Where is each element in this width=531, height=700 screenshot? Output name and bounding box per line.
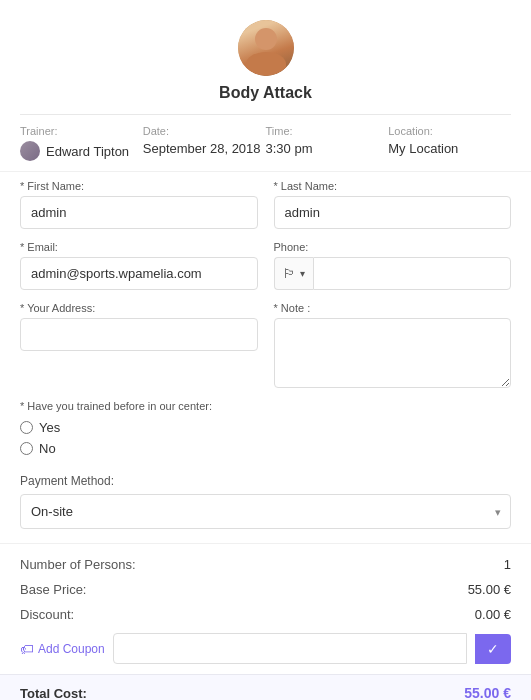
address-label: * Your Address: [20, 302, 258, 314]
date-label: Date: [143, 125, 266, 137]
time-col: Time: 3:30 pm [266, 125, 389, 161]
form-section: * First Name: * Last Name: * Email: Phon… [0, 172, 531, 456]
coupon-input[interactable] [113, 633, 467, 664]
time-label: Time: [266, 125, 389, 137]
location-col: Location: My Location [388, 125, 511, 161]
address-group: * Your Address: [20, 302, 258, 388]
phone-flag-selector[interactable]: 🏳 [274, 257, 313, 290]
class-title: Body Attack [219, 84, 312, 102]
persons-label: Number of Persons: [20, 557, 136, 572]
trainer-col: Trainer: Edward Tipton [20, 125, 143, 161]
phone-group: Phone: 🏳 [274, 241, 512, 290]
yes-label: Yes [39, 420, 60, 435]
phone-label: Phone: [274, 241, 512, 253]
payment-section: Payment Method: On-site ▾ [0, 466, 531, 529]
first-name-group: * First Name: [20, 180, 258, 229]
name-row: * First Name: * Last Name: [20, 180, 511, 229]
note-group: * Note : [274, 302, 512, 388]
email-label: * Email: [20, 241, 258, 253]
address-input[interactable] [20, 318, 258, 351]
pricing-section: Number of Persons: 1 Base Price: 55.00 €… [0, 543, 531, 670]
trainer-name: Edward Tipton [46, 144, 129, 159]
date-col: Date: September 28, 2018 [143, 125, 266, 161]
trainer-value: Edward Tipton [20, 141, 143, 161]
coupon-icon: 🏷 [20, 641, 34, 657]
trainer-avatar-icon [20, 141, 40, 161]
trained-radio-group: Yes No [20, 420, 511, 456]
base-price-value: 55.00 € [468, 582, 511, 597]
payment-select-wrapper: On-site ▾ [20, 494, 511, 529]
last-name-group: * Last Name: [274, 180, 512, 229]
email-phone-row: * Email: Phone: 🏳 [20, 241, 511, 290]
discount-value: 0.00 € [475, 607, 511, 622]
yes-radio[interactable] [20, 421, 33, 434]
note-label: * Note : [274, 302, 512, 314]
location-value: My Location [388, 141, 511, 156]
yes-radio-label[interactable]: Yes [20, 420, 511, 435]
coupon-btn-label: Add Coupon [38, 642, 105, 656]
last-name-label: * Last Name: [274, 180, 512, 192]
booking-modal: Body Attack Trainer: Edward Tipton Date:… [0, 0, 531, 700]
trained-group: * Have you trained before in our center:… [20, 400, 511, 456]
base-price-row: Base Price: 55.00 € [20, 577, 511, 602]
no-label: No [39, 441, 56, 456]
email-group: * Email: [20, 241, 258, 290]
first-name-label: * First Name: [20, 180, 258, 192]
persons-row: Number of Persons: 1 [20, 552, 511, 577]
note-textarea[interactable] [274, 318, 512, 388]
phone-input[interactable] [313, 257, 512, 290]
total-value: 55.00 € [464, 685, 511, 700]
no-radio[interactable] [20, 442, 33, 455]
discount-label: Discount: [20, 607, 74, 622]
base-price-label: Base Price: [20, 582, 86, 597]
last-name-input[interactable] [274, 196, 512, 229]
payment-select[interactable]: On-site [20, 494, 511, 529]
booking-info-row: Trainer: Edward Tipton Date: September 2… [0, 115, 531, 172]
checkmark-icon: ✓ [487, 641, 499, 657]
phone-input-group: 🏳 [274, 257, 512, 290]
trained-label: * Have you trained before in our center: [20, 400, 511, 412]
class-avatar [238, 20, 294, 76]
total-row: Total Cost: 55.00 € [0, 674, 531, 700]
email-input[interactable] [20, 257, 258, 290]
address-note-row: * Your Address: * Note : [20, 302, 511, 388]
date-value: September 28, 2018 [143, 141, 266, 156]
time-value: 3:30 pm [266, 141, 389, 156]
no-radio-label[interactable]: No [20, 441, 511, 456]
persons-value: 1 [504, 557, 511, 572]
modal-header: Body Attack [0, 0, 531, 114]
total-label: Total Cost: [20, 686, 87, 701]
first-name-input[interactable] [20, 196, 258, 229]
location-label: Location: [388, 125, 511, 137]
payment-label: Payment Method: [20, 474, 511, 488]
coupon-row: 🏷 Add Coupon ✓ [20, 627, 511, 670]
add-coupon-button[interactable]: 🏷 Add Coupon [20, 641, 105, 657]
discount-row: Discount: 0.00 € [20, 602, 511, 627]
coupon-apply-button[interactable]: ✓ [475, 634, 511, 664]
trainer-label: Trainer: [20, 125, 143, 137]
